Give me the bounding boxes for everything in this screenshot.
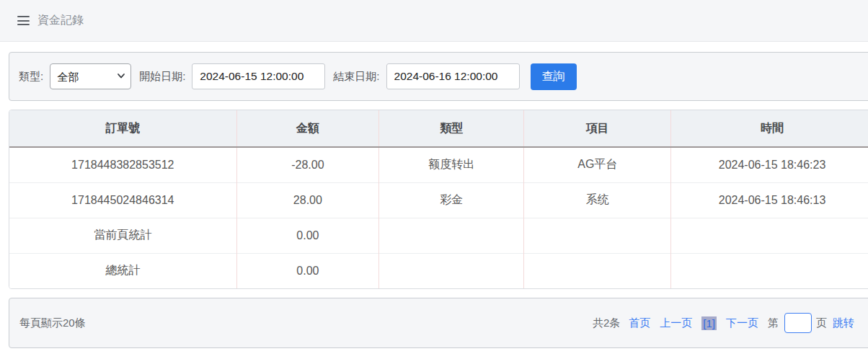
jump-prefix-label: 第 [768,316,779,330]
table-header-cell: 項目 [524,110,671,147]
filter-bar: 類型: 全部 開始日期: 結束日期: 查詢 [9,52,868,101]
table-row: 總統計0.00 [9,253,868,288]
table-cell [671,253,868,288]
table-cell: 2024-06-15 18:46:23 [671,147,868,182]
table-cell: 0.00 [236,218,379,253]
table-cell: 當前頁統計 [9,218,236,253]
table-cell: 0.00 [236,253,379,288]
records-table: 訂單號金額類型項目時間 1718448382853512-28.00额度转出AG… [9,110,868,288]
table-row: 171844502484631428.00彩金系统2024-06-15 18:4… [9,182,868,218]
type-select-wrap: 全部 [50,63,131,89]
jump-suffix-label: 页 [816,316,827,330]
type-select[interactable]: 全部 [50,63,131,89]
table-row: 當前頁統計0.00 [9,218,868,253]
table-cell [524,218,671,253]
table-header-cell: 訂單號 [9,110,236,147]
type-filter-label: 類型: [19,70,43,84]
table-cell: 1718448382853512 [9,147,236,182]
topbar: 資金記錄 [0,0,868,42]
table-cell: AG平台 [524,147,671,182]
table-header-cell: 金額 [236,110,379,147]
page-jump-input[interactable] [784,313,812,333]
total-count-text: 共2条 [593,316,620,330]
hamburger-menu-icon[interactable] [17,16,30,25]
page-size-text: 每頁顯示20條 [19,316,86,330]
next-page-link[interactable]: 下一页 [726,316,758,330]
records-table-header-row: 訂單號金額類型項目時間 [9,110,868,147]
prev-page-link[interactable]: 上一页 [660,316,692,330]
table-cell: 系统 [524,182,671,218]
current-page-indicator: [1] [701,316,717,330]
page-title: 資金記錄 [37,13,84,28]
table-cell [524,253,671,288]
table-cell: 總統計 [9,253,236,288]
records-table-panel: 訂單號金額類型項目時間 1718448382853512-28.00额度转出AG… [9,110,868,289]
table-cell: 28.00 [236,182,379,218]
end-date-label: 結束日期: [333,70,379,84]
pagination-bar: 每頁顯示20條 共2条 首页 上一页 [1] 下一页 第 页 跳转 [9,298,868,348]
table-cell: 额度转出 [379,147,524,182]
table-header-cell: 類型 [379,110,524,147]
end-date-input[interactable] [386,63,520,89]
table-cell [379,253,524,288]
table-cell [671,218,868,253]
search-button[interactable]: 查詢 [531,63,577,90]
table-header-cell: 時間 [671,110,868,147]
table-cell: -28.00 [236,147,379,182]
table-cell: 彩金 [379,182,524,218]
table-cell [379,218,524,253]
table-cell: 2024-06-15 18:46:13 [671,182,868,218]
jump-link[interactable]: 跳转 [833,316,854,330]
pager: 共2条 首页 上一页 [1] 下一页 第 页 跳转 [593,313,854,333]
table-cell: 1718445024846314 [9,182,236,218]
start-date-input[interactable] [192,63,325,89]
records-table-body: 1718448382853512-28.00额度转出AG平台2024-06-15… [9,147,868,288]
first-page-link[interactable]: 首页 [629,316,650,330]
start-date-label: 開始日期: [139,70,185,84]
table-row: 1718448382853512-28.00额度转出AG平台2024-06-15… [9,147,868,182]
